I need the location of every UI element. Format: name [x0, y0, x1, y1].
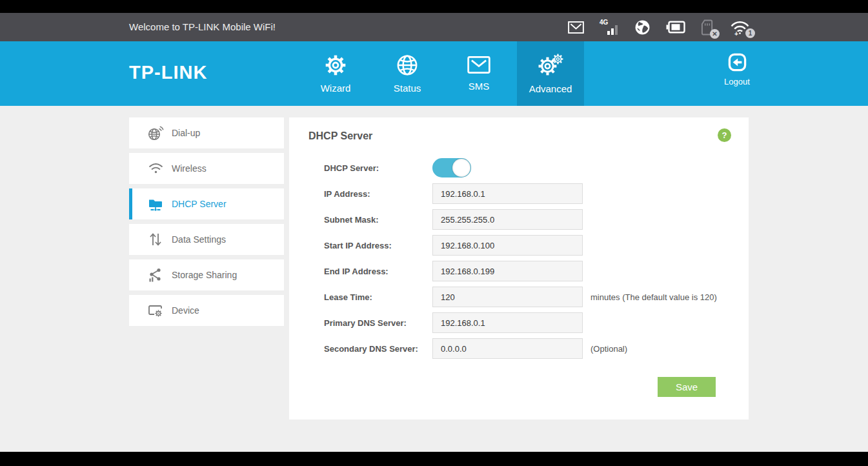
form-row-start-ip: Start IP Address:	[308, 235, 729, 256]
sidebar-item-label: Device	[172, 305, 199, 316]
field-label: IP Address:	[324, 189, 432, 199]
tab-sms[interactable]: SMS	[445, 41, 512, 106]
help-icon[interactable]: ?	[718, 128, 731, 142]
wifi-icon	[146, 162, 165, 175]
sd-card-error-icon: ✕	[701, 19, 714, 35]
field-label: DHCP Server:	[324, 163, 432, 173]
save-button[interactable]: Save	[658, 377, 716, 397]
secondary-dns-hint: (Optional)	[590, 344, 627, 354]
tab-wizard[interactable]: Wizard	[302, 41, 369, 106]
tab-advanced[interactable]: Advanced	[517, 41, 584, 106]
dhcp-form: DHCP Server: IP Address: Subnet Mask: St…	[308, 157, 729, 397]
field-label: Lease Time:	[324, 292, 432, 302]
dhcp-server-panel: DHCP Server ? DHCP Server: IP Address: S…	[289, 117, 749, 420]
form-row-ip-address: IP Address:	[308, 183, 729, 204]
field-label: End IP Address:	[324, 267, 432, 276]
field-label: Start IP Address:	[324, 241, 432, 250]
tab-label: Status	[394, 83, 421, 94]
gear-icon	[325, 54, 347, 79]
start-ip-input[interactable]	[432, 235, 583, 256]
message-icon	[568, 21, 584, 34]
lease-time-hint: minutes (The default value is 120)	[590, 292, 717, 302]
tab-status[interactable]: Status	[374, 41, 441, 106]
status-icon-group: 4G	[568, 13, 750, 41]
up-down-arrows-icon	[146, 232, 165, 247]
sidebar-item-dhcp-server[interactable]: DHCP Server	[129, 188, 284, 219]
sidebar-item-label: Dial-up	[172, 128, 200, 138]
welcome-text: Welcome to TP-LINK Mobile WiFi!	[129, 13, 276, 41]
tp-link-logo: TP-LINK	[129, 62, 207, 83]
screen: Welcome to TP-LINK Mobile WiFi! 4G	[0, 0, 868, 466]
tab-label: Wizard	[321, 83, 351, 94]
logout-label: Logout	[724, 77, 750, 86]
network-folder-icon	[146, 196, 165, 212]
sidebar-item-label: Storage Sharing	[172, 270, 237, 280]
wifi-count-badge: 1	[745, 28, 755, 38]
device-status-bar: Welcome to TP-LINK Mobile WiFi! 4G	[0, 13, 868, 41]
sidebar-item-label: Wireless	[172, 163, 207, 174]
lease-time-input[interactable]	[432, 287, 583, 307]
form-row-end-ip: End IP Address:	[308, 261, 729, 281]
end-ip-input[interactable]	[432, 261, 583, 281]
sidebar-item-wireless[interactable]: Wireless	[129, 153, 284, 184]
logout-button[interactable]: Logout	[714, 52, 760, 86]
page-background: Dial-up Wireless	[0, 106, 868, 452]
top-navbar: TP-LINK Wizard Status	[0, 41, 868, 106]
dhcp-server-toggle[interactable]	[432, 158, 471, 177]
sd-card-error-badge: ✕	[710, 29, 720, 39]
gears-icon	[538, 54, 564, 79]
ip-address-input[interactable]	[432, 183, 583, 204]
field-label: Primary DNS Server:	[324, 318, 432, 328]
primary-dns-input[interactable]	[432, 312, 583, 333]
signal-bars	[607, 25, 618, 35]
sidebar-item-label: DHCP Server	[172, 199, 227, 209]
nav-tabs: Wizard Status	[302, 41, 584, 106]
save-row: Save	[308, 377, 729, 397]
device-gear-icon	[146, 303, 165, 318]
form-row-subnet-mask: Subnet Mask:	[308, 209, 729, 230]
sidebar-item-label: Data Settings	[172, 234, 226, 245]
toggle-knob	[452, 159, 470, 177]
form-row-dhcp-toggle: DHCP Server:	[308, 157, 729, 178]
globe-signal-icon	[146, 125, 165, 141]
sidebar: Dial-up Wireless	[129, 117, 284, 330]
wifi-status-icon: + 1	[730, 20, 750, 35]
field-label: Secondary DNS Server:	[324, 344, 432, 354]
wifi-plus-mark: +	[734, 30, 738, 37]
sidebar-item-dial-up[interactable]: Dial-up	[129, 117, 284, 148]
globe-icon	[396, 54, 418, 79]
logout-icon	[727, 52, 748, 76]
form-row-lease-time: Lease Time: minutes (The default value i…	[308, 287, 729, 307]
secondary-dns-input[interactable]	[432, 338, 583, 359]
sidebar-item-device[interactable]: Device	[129, 295, 284, 326]
tab-label: SMS	[469, 81, 490, 92]
sidebar-item-data-settings[interactable]: Data Settings	[129, 224, 284, 255]
tab-label: Advanced	[529, 83, 572, 94]
form-row-secondary-dns: Secondary DNS Server: (Optional)	[308, 338, 729, 359]
globe-status-icon	[634, 19, 651, 35]
battery-icon	[666, 21, 685, 34]
sidebar-item-storage-sharing[interactable]: Storage Sharing	[129, 259, 284, 290]
page-title: DHCP Server	[308, 130, 729, 142]
subnet-mask-input[interactable]	[432, 209, 583, 230]
signal-4g-icon: 4G	[600, 18, 619, 36]
field-label: Subnet Mask:	[324, 215, 432, 225]
envelope-icon	[467, 56, 490, 77]
share-icon	[146, 267, 165, 283]
form-row-primary-dns: Primary DNS Server:	[308, 312, 729, 333]
